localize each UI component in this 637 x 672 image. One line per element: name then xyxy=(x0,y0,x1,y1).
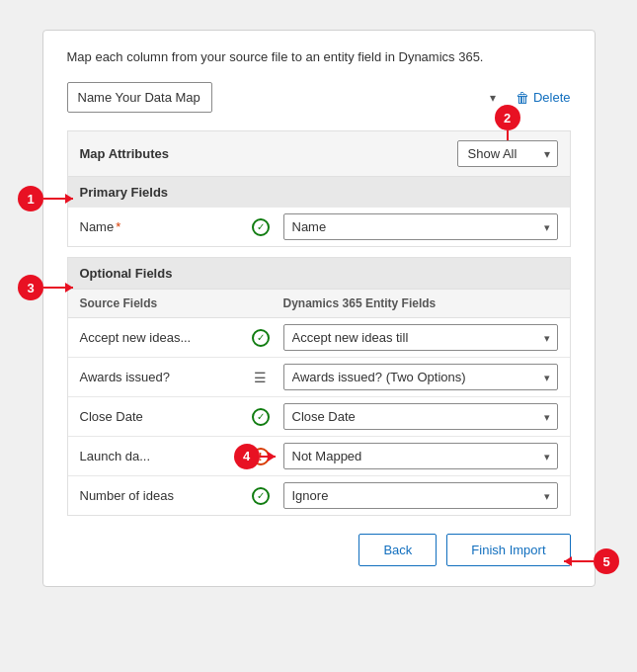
callout-5: 5 xyxy=(594,548,619,574)
check-icon: ✓ xyxy=(252,487,270,505)
primary-fields-label: Primary Fields xyxy=(80,185,169,200)
field-select-wrapper-0: Accept new ideas till xyxy=(283,324,558,351)
name-field-label: Name* xyxy=(80,219,238,234)
field-icon-2: ✓ xyxy=(246,408,276,426)
arrow-4 xyxy=(260,456,276,458)
primary-name-row: Name* ✓ Name xyxy=(67,208,571,247)
field-select-wrapper-4: Ignore xyxy=(283,482,558,509)
data-map-select[interactable]: Name Your Data Map xyxy=(67,82,212,113)
field-select-wrapper-3: Not Mapped xyxy=(283,443,558,469)
outer-container: 1 3 5 Map each column from your source f… xyxy=(0,0,637,672)
field-icon-1: ☰ xyxy=(246,369,276,386)
map-attributes-label: Map Attributes xyxy=(80,146,170,161)
name-select-wrapper: Name xyxy=(283,213,558,240)
annotation-3: 3 xyxy=(18,275,73,300)
field-name-2: Close Date xyxy=(80,409,238,424)
footer-row: Back Finish Import xyxy=(67,534,571,566)
fields-header-row: Source Fields Dynamics 365 Entity Fields xyxy=(68,290,570,318)
col-source-header: Source Fields xyxy=(80,296,238,310)
data-map-select-wrapper: Name Your Data Map xyxy=(67,82,506,113)
col-entity-header: Dynamics 365 Entity Fields xyxy=(283,296,558,310)
annotation-1: 1 xyxy=(18,186,73,211)
table-row: Close Date ✓ Close Date xyxy=(68,397,570,437)
back-button[interactable]: Back xyxy=(358,534,437,566)
finish-import-button[interactable]: Finish Import xyxy=(446,534,570,566)
callout-2: 2 xyxy=(495,105,520,130)
arrow-3 xyxy=(43,287,73,289)
required-star: * xyxy=(116,219,120,234)
field-select-2[interactable]: Close Date xyxy=(283,403,558,430)
show-all-select[interactable]: Show All Mapped Unmapped xyxy=(457,140,558,167)
field-icon-3: 4 ! xyxy=(246,448,276,465)
callout-1: 1 xyxy=(18,186,43,211)
table-row: Accept new ideas... ✓ Accept new ideas t… xyxy=(68,318,570,358)
instruction-text: Map each column from your source file to… xyxy=(67,48,571,66)
arrow-5 xyxy=(564,560,594,562)
check-icon: ✓ xyxy=(252,408,270,426)
annotation-5: 5 xyxy=(564,548,619,574)
check-icon: ✓ xyxy=(252,218,270,236)
field-select-4[interactable]: Ignore xyxy=(283,482,558,509)
map-attributes-bar: Map Attributes 2 Show All Mapped Unmappe… xyxy=(67,130,571,176)
field-icon-0: ✓ xyxy=(246,329,276,347)
field-select-wrapper-1: Awards issued? (Two Options) xyxy=(283,364,558,390)
callout-3: 3 xyxy=(18,275,43,300)
field-name-4: Number of ideas xyxy=(80,488,238,503)
primary-fields-header: Primary Fields xyxy=(67,176,571,208)
table-row: Launch da... 4 ! Not Mapped xyxy=(68,437,570,476)
field-select-3[interactable]: Not Mapped xyxy=(283,443,558,469)
optional-fields-label: Optional Fields xyxy=(80,266,173,281)
field-name-3: Launch da... xyxy=(80,449,238,463)
table-row: Number of ideas ✓ Ignore xyxy=(68,476,570,515)
field-select-1[interactable]: Awards issued? (Two Options) xyxy=(283,364,558,390)
optional-fields-table: Source Fields Dynamics 365 Entity Fields… xyxy=(67,289,571,516)
doc-icon: ☰ xyxy=(252,369,270,386)
arrow-1 xyxy=(43,198,73,200)
field-select-0[interactable]: Accept new ideas till xyxy=(283,324,558,351)
table-row: Awards issued? ☰ Awards issued? (Two Opt… xyxy=(68,358,570,397)
check-icon: ✓ xyxy=(252,329,270,347)
field-name-1: Awards issued? xyxy=(80,370,238,384)
show-all-wrapper: Show All Mapped Unmapped xyxy=(457,140,558,167)
optional-fields-header: Optional Fields xyxy=(67,257,571,289)
field-select-wrapper-2: Close Date xyxy=(283,403,558,430)
trash-icon: 🗑 xyxy=(516,90,529,106)
name-select[interactable]: Name xyxy=(283,213,558,240)
main-card: Map each column from your source file to… xyxy=(42,30,596,587)
name-icon: ✓ xyxy=(246,218,276,236)
field-name-0: Accept new ideas... xyxy=(80,330,238,345)
delete-button[interactable]: 🗑 Delete xyxy=(516,90,571,106)
callout-4: 4 xyxy=(234,444,260,469)
delete-label: Delete xyxy=(533,90,571,105)
field-icon-4: ✓ xyxy=(246,487,276,505)
